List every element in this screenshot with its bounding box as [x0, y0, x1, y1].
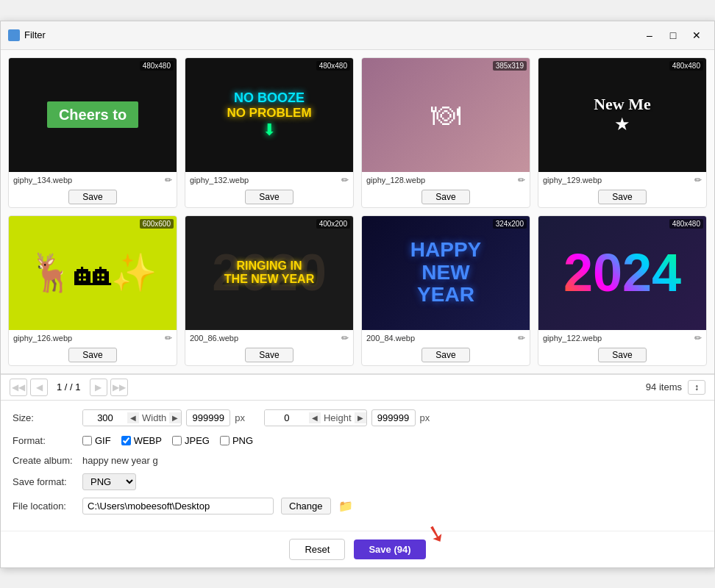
- image-thumbnail[interactable]: 385x319 🍽: [362, 58, 530, 172]
- title-bar: Filter – □ ✕: [1, 21, 714, 50]
- thumb-content: HAPPYNEWYEAR: [362, 216, 530, 330]
- width-increase-button[interactable]: ▶: [169, 412, 181, 423]
- width-decrease-button[interactable]: ◀: [127, 412, 139, 423]
- file-location-label: File location:: [13, 501, 75, 512]
- width-unit: px: [235, 412, 245, 423]
- webp-checkbox-label[interactable]: WEBP: [121, 435, 162, 446]
- image-thumbnail[interactable]: 324x200 HAPPYNEWYEAR: [362, 216, 530, 330]
- jpeg-checkbox-label[interactable]: JPEG: [172, 435, 210, 446]
- height-decrease-button[interactable]: ◀: [309, 412, 321, 423]
- current-page: 1: [57, 381, 62, 392]
- format-filter-row: Format: GIF WEBP JPEG PNG: [13, 435, 702, 446]
- image-save-button[interactable]: Save: [68, 348, 116, 362]
- png-checkbox-label[interactable]: PNG: [220, 435, 253, 446]
- edit-icon[interactable]: ✏: [694, 175, 702, 185]
- image-size-badge: 480x480: [669, 61, 703, 71]
- image-info: giphy_132.webp ✏: [185, 172, 353, 188]
- height-group: ◀ Height ▶ px: [264, 409, 430, 426]
- album-row: Create album: happy new year g: [13, 455, 702, 466]
- title-bar-controls: – □ ✕: [639, 27, 707, 43]
- minimize-button[interactable]: –: [639, 27, 660, 43]
- height-increase-button[interactable]: ▶: [355, 412, 366, 423]
- height-max-input[interactable]: [371, 409, 416, 426]
- image-size-badge: 600x600: [140, 219, 174, 229]
- image-card: 480x480 NO BOOZE NO PROBLEM ⬇ giphy_132.…: [185, 57, 354, 208]
- image-card: 480x480 New Me ★ giphy_129.webp ✏ Save: [538, 57, 707, 208]
- height-unit: px: [420, 412, 430, 423]
- thumb-content: 🍽: [362, 58, 530, 172]
- pagination-controls: ◀◀ ◀ 1 / / 1 ▶ ▶▶: [10, 379, 128, 396]
- image-size-badge: 480x480: [669, 219, 703, 229]
- image-thumbnail[interactable]: 480x480 NO BOOZE NO PROBLEM ⬇: [185, 58, 353, 172]
- reset-button[interactable]: Reset: [289, 539, 345, 560]
- edit-icon[interactable]: ✏: [341, 333, 349, 343]
- edit-icon[interactable]: ✏: [694, 333, 702, 343]
- app-icon: [8, 29, 20, 41]
- thumb-content: RINGING INTHE NEW YEAR: [185, 216, 353, 330]
- image-thumbnail[interactable]: 480x480 Cheers to: [9, 58, 177, 172]
- width-label: Width: [139, 412, 169, 423]
- image-save-button[interactable]: Save: [68, 190, 116, 204]
- change-button[interactable]: Change: [281, 498, 331, 514]
- size-filter-row: Size: ◀ Width ▶ px ◀ Height ▶: [13, 409, 702, 426]
- image-thumbnail[interactable]: 400x200 2020 RINGING INTHE NEW YEAR: [185, 216, 353, 330]
- prev-page-button[interactable]: ◀: [30, 379, 48, 396]
- album-value: happy new year g: [82, 455, 158, 466]
- image-thumbnail[interactable]: 480x480 2024: [538, 216, 706, 330]
- maximize-button[interactable]: □: [663, 27, 683, 43]
- save-main-button[interactable]: Save (94): [354, 539, 425, 559]
- first-page-button[interactable]: ◀◀: [10, 379, 27, 396]
- width-min-input[interactable]: [83, 410, 127, 426]
- png-checkbox[interactable]: [220, 436, 230, 445]
- image-save-button[interactable]: Save: [421, 348, 469, 362]
- edit-icon[interactable]: ✏: [165, 333, 172, 343]
- edit-icon[interactable]: ✏: [341, 175, 349, 185]
- bottom-bar: ➘ Reset Save (94): [1, 531, 714, 567]
- file-path-input[interactable]: [82, 498, 274, 514]
- image-save-button[interactable]: Save: [598, 348, 646, 362]
- jpeg-checkbox[interactable]: [172, 436, 182, 445]
- sort-button[interactable]: ↕: [688, 380, 705, 395]
- close-button[interactable]: ✕: [686, 27, 707, 43]
- edit-icon[interactable]: ✏: [518, 175, 525, 185]
- image-card: 324x200 HAPPYNEWYEAR 200_84.webp ✏ Save: [361, 215, 530, 366]
- jpeg-label: JPEG: [185, 435, 210, 446]
- gif-checkbox-label[interactable]: GIF: [82, 435, 111, 446]
- image-filename: giphy_134.webp: [13, 176, 72, 184]
- gif-checkbox[interactable]: [82, 436, 92, 445]
- next-page-button[interactable]: ▶: [90, 379, 107, 396]
- thumb-content: 🦌🏘✨: [9, 216, 177, 330]
- title-bar-left: Filter: [8, 29, 46, 41]
- image-info: giphy_126.webp ✏: [9, 330, 177, 346]
- width-group: ◀ Width ▶ px: [82, 409, 245, 426]
- album-label: Create album:: [13, 455, 75, 466]
- items-count: 94 items: [646, 381, 682, 392]
- image-info: 200_84.webp ✏: [362, 330, 530, 346]
- image-grid: 480x480 Cheers to giphy_134.webp ✏ Save …: [8, 57, 707, 366]
- image-save-button[interactable]: Save: [245, 348, 293, 362]
- image-size-badge: 324x200: [493, 219, 527, 229]
- image-save-button[interactable]: Save: [421, 190, 469, 204]
- last-page-button[interactable]: ▶▶: [110, 379, 128, 396]
- image-thumbnail[interactable]: 600x600 🦌🏘✨: [9, 216, 177, 330]
- image-info: giphy_134.webp ✏: [9, 172, 177, 188]
- image-size-badge: 385x319: [493, 61, 527, 71]
- size-label: Size:: [13, 412, 75, 423]
- image-filename: 200_84.webp: [366, 334, 415, 343]
- format-label: Format:: [13, 435, 75, 446]
- folder-icon-button[interactable]: 📁: [338, 499, 353, 513]
- edit-icon[interactable]: ✏: [518, 333, 525, 343]
- thumb-content: 2024: [538, 216, 706, 330]
- total-pages: 1: [75, 381, 80, 392]
- save-format-select[interactable]: PNG JPG WEBP GIF: [82, 473, 136, 490]
- width-max-input[interactable]: [186, 409, 230, 426]
- height-min-input[interactable]: [265, 410, 309, 426]
- items-info-group: 94 items ↕: [646, 380, 705, 395]
- image-save-button[interactable]: Save: [245, 190, 293, 204]
- edit-icon[interactable]: ✏: [165, 175, 172, 185]
- image-save-button[interactable]: Save: [598, 190, 646, 204]
- webp-checkbox[interactable]: [121, 436, 131, 445]
- image-filename: giphy_129.webp: [543, 176, 602, 184]
- gallery-area: 480x480 Cheers to giphy_134.webp ✏ Save …: [1, 50, 714, 374]
- image-thumbnail[interactable]: 480x480 New Me ★: [538, 58, 706, 172]
